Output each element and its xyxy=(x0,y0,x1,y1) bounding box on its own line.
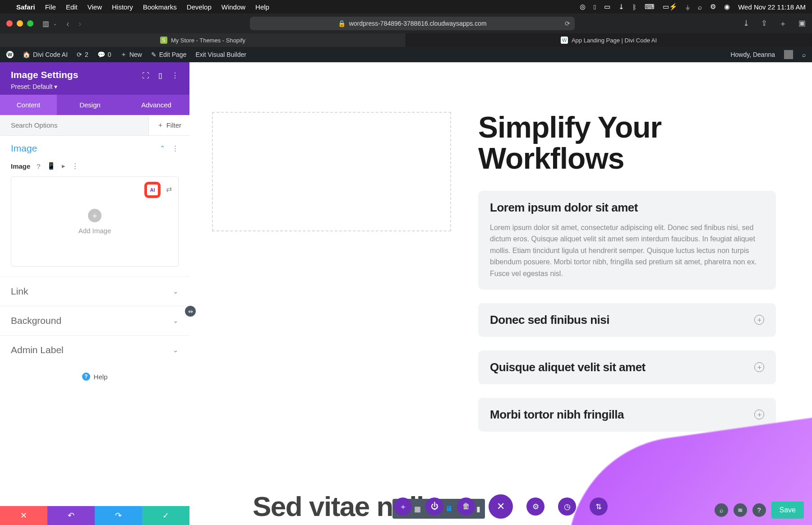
accordion-item-2[interactable]: Donec sed finibus nisi ＋ xyxy=(478,303,776,337)
accordion-item-4[interactable]: Morbi tortor nibh fringilla ＋ xyxy=(478,398,776,432)
sort-button[interactable]: ⇅ xyxy=(590,497,608,516)
page-canvas[interactable]: Simplify Your Workflows Lorem ipsum dolo… xyxy=(189,62,812,525)
plus-icon[interactable]: ＋ xyxy=(754,410,764,419)
wp-search-icon[interactable]: ⌕ xyxy=(802,51,806,58)
section-image-toggle[interactable]: Image ⌃⋮ xyxy=(11,143,179,154)
menu-file[interactable]: File xyxy=(45,3,56,11)
wp-comments[interactable]: 💬 0 xyxy=(97,51,111,58)
question-icon[interactable]: ? xyxy=(752,503,766,517)
field-more-icon[interactable]: ⋮ xyxy=(72,162,78,170)
folder-icon[interactable]: ▭ xyxy=(604,3,610,11)
collapse-icon[interactable]: ⌃ xyxy=(160,144,166,152)
tab-overview-icon[interactable]: ▣ xyxy=(798,18,806,29)
power-button[interactable]: ⏻ xyxy=(425,497,443,516)
redo-button[interactable]: ↷ xyxy=(95,506,142,525)
menu-window[interactable]: Window xyxy=(221,3,245,11)
tab-shopify[interactable]: S My Store - Themes - Shopify xyxy=(0,33,406,47)
reload-icon[interactable]: ⟳ xyxy=(565,20,570,27)
status-swirl-icon[interactable]: 𖦹 xyxy=(594,3,596,11)
section-link-toggle[interactable]: Link ⌄ xyxy=(11,286,179,297)
inbox-icon[interactable]: ⤓ xyxy=(618,3,624,11)
confirm-button[interactable]: ✓ xyxy=(142,506,189,525)
save-button[interactable]: Save xyxy=(771,502,804,519)
wp-logo[interactable]: W xyxy=(6,51,14,58)
wp-howdy[interactable]: Howdy, Deanna xyxy=(730,51,775,58)
delete-button[interactable]: 🗑 xyxy=(457,497,475,516)
wp-new[interactable]: ＋ New xyxy=(120,51,142,59)
accordion-item-1[interactable]: Lorem ipsum dolor sit amet Lorem ipsum d… xyxy=(478,191,776,290)
panel-resize-handle[interactable]: ⇔ xyxy=(185,306,196,317)
tab-title: My Store - Themes - Shopify xyxy=(171,37,245,44)
cancel-button[interactable]: ✕ xyxy=(0,506,47,525)
share-icon[interactable]: ⇪ xyxy=(761,18,767,29)
menu-develop[interactable]: Develop xyxy=(187,3,212,11)
address-bar[interactable]: 🔒 wordpress-784896-3788616.cloudwaysapps… xyxy=(250,17,575,30)
wp-site-name[interactable]: 🏠 Divi Code AI xyxy=(23,51,68,58)
add-button[interactable]: ＋ xyxy=(394,497,412,516)
tab-advanced[interactable]: Advanced xyxy=(123,95,189,115)
menu-history[interactable]: History xyxy=(112,3,133,11)
control-center-icon[interactable]: ⚙ xyxy=(710,3,716,11)
search-input[interactable] xyxy=(0,115,148,135)
tab-divi[interactable]: W App Landing Page | Divi Code AI xyxy=(406,33,812,47)
status-circle-icon[interactable]: ◎ xyxy=(580,3,586,11)
ai-generate-button[interactable]: AI xyxy=(146,183,159,197)
panel-more-icon[interactable]: ⋮ xyxy=(171,71,179,80)
menu-bookmarks[interactable]: Bookmarks xyxy=(143,3,177,11)
shopify-icon: S xyxy=(160,37,167,44)
image-module-placeholder[interactable] xyxy=(212,112,451,231)
panel-preset[interactable]: Preset: Default ▾ xyxy=(11,83,78,90)
minimize-window-button[interactable] xyxy=(17,20,23,27)
menu-view[interactable]: View xyxy=(88,3,102,11)
menubar-datetime[interactable]: Wed Nov 22 11:18 AM xyxy=(738,3,806,11)
new-tab-icon[interactable]: ＋ xyxy=(779,18,787,29)
hover-icon[interactable]: ▸ xyxy=(62,162,65,170)
settings-button[interactable]: ⚙ xyxy=(526,497,544,516)
undo-button[interactable]: ↶ xyxy=(47,506,95,525)
downloads-icon[interactable]: ⤓ xyxy=(743,18,749,29)
close-window-button[interactable] xyxy=(6,20,13,27)
mobile-icon[interactable]: 📱 xyxy=(47,162,55,170)
forward-button[interactable]: › xyxy=(78,18,82,29)
wp-edit-page[interactable]: ✎ Edit Page xyxy=(151,51,187,58)
menu-edit[interactable]: Edit xyxy=(66,3,78,11)
zoom-out-icon[interactable]: ⌕ xyxy=(715,503,728,517)
wp-avatar[interactable] xyxy=(784,50,793,59)
sidebar-toggle-icon[interactable]: ▥ xyxy=(42,19,49,28)
app-name[interactable]: Safari xyxy=(16,3,35,11)
keyboard-icon[interactable]: ⌨ xyxy=(645,3,655,11)
accordion-title: Donec sed finibus nisi xyxy=(490,313,609,327)
layers-icon[interactable]: ≋ xyxy=(734,503,747,517)
section-bg-toggle[interactable]: Background ⌄ xyxy=(11,315,179,326)
add-image-plus-icon[interactable]: ＋ xyxy=(88,209,102,222)
tab-content[interactable]: Content xyxy=(0,95,57,115)
help-link[interactable]: ? Help xyxy=(0,364,189,389)
siri-icon[interactable]: ◉ xyxy=(724,3,730,11)
menu-help[interactable]: Help xyxy=(255,3,269,11)
wp-exit-vb[interactable]: Exit Visual Builder xyxy=(195,51,246,58)
fullscreen-window-button[interactable] xyxy=(27,20,33,27)
bluetooth-icon[interactable]: ᛒ xyxy=(632,3,637,11)
section-more-icon[interactable]: ⋮ xyxy=(172,144,179,152)
search-spotlight-icon[interactable]: ⌕ xyxy=(698,3,702,11)
tab-design[interactable]: Design xyxy=(57,95,123,115)
image-settings-icon[interactable]: ⇄ xyxy=(166,185,172,193)
plus-icon[interactable]: ＋ xyxy=(754,315,764,325)
plus-icon[interactable]: ＋ xyxy=(754,362,764,372)
filter-button[interactable]: ＋ Filter xyxy=(148,115,189,135)
accordion-item-3[interactable]: Quisque aliquet velit sit amet ＋ xyxy=(478,350,776,384)
history-button[interactable]: ◷ xyxy=(558,497,576,516)
sidebar-chevron-icon[interactable]: ⌄ xyxy=(53,20,57,27)
help-icon[interactable]: ? xyxy=(37,162,40,170)
battery-icon[interactable]: ▭⚡ xyxy=(663,3,678,11)
expand-panel-icon[interactable]: ⛶ xyxy=(142,72,149,80)
close-builder-button[interactable]: ✕ xyxy=(489,494,513,519)
wp-revisions[interactable]: ⟳ 2 xyxy=(77,51,88,58)
wifi-icon[interactable]: ⏚ xyxy=(686,3,690,11)
back-button[interactable]: ‹ xyxy=(66,18,69,29)
image-field-label: Image xyxy=(11,162,30,170)
dock-panel-icon[interactable]: ▯ xyxy=(158,71,162,80)
image-dropzone[interactable]: AI ⇄ ＋ Add Image xyxy=(11,176,179,267)
section-admin-toggle[interactable]: Admin Label ⌄ xyxy=(11,345,179,355)
page-heading[interactable]: Simplify Your Workflows xyxy=(478,112,776,175)
